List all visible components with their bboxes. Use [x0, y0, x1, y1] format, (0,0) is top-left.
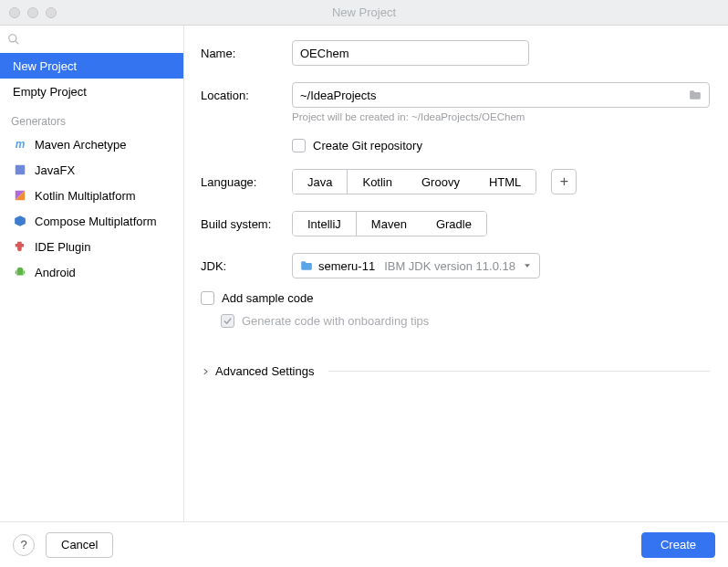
onboarding-tips-label: Generate code with onboarding tips — [242, 314, 429, 328]
location-label: Location: — [201, 89, 285, 102]
location-row: Location: ~/IdeaProjects — [201, 82, 710, 108]
add-sample-code-label: Add sample code — [222, 291, 313, 305]
folder-icon[interactable] — [689, 89, 702, 100]
jdk-row: JDK: semeru-11 IBM JDK version 11.0.18 — [201, 253, 710, 278]
window-title-bar: New Project — [0, 0, 728, 26]
svg-point-0 — [9, 35, 16, 42]
sidebar-search[interactable] — [0, 26, 183, 53]
build-system-segmented-control: IntelliJMavenGradle — [292, 211, 487, 236]
minimize-window-icon[interactable] — [27, 7, 38, 18]
folder-icon — [300, 260, 313, 271]
dialog-footer: ? Cancel Create — [0, 521, 728, 567]
sidebar-item-label: IDE Plugin — [35, 240, 90, 254]
javafx-icon — [13, 163, 27, 177]
jdk-description: IBM JDK version 11.0.18 — [384, 259, 515, 273]
sidebar-item-label: Compose Multiplatform — [35, 215, 157, 228]
sidebar-item-label: JavaFX — [35, 163, 75, 177]
new-project-form: Name: Location: ~/IdeaProjects Project w… — [184, 26, 728, 521]
chevron-down-icon — [523, 261, 532, 270]
add-sample-code-checkbox[interactable] — [201, 291, 214, 305]
svg-marker-5 — [15, 215, 26, 226]
project-type-sidebar: New Project Empty Project Generators mMa… — [0, 26, 184, 521]
sidebar-item-empty-project[interactable]: Empty Project — [0, 79, 183, 104]
svg-marker-8 — [525, 264, 530, 268]
location-hint: Project will be created in: ~/IdeaProjec… — [292, 111, 710, 122]
jdk-label: JDK: — [201, 259, 285, 273]
sidebar-item-label: Maven Archetype — [35, 138, 126, 152]
sidebar-item-label: New Project — [13, 59, 77, 73]
sidebar-item-label: Android — [35, 266, 76, 279]
name-input[interactable] — [292, 40, 529, 66]
window-controls — [9, 7, 57, 18]
location-value: ~/IdeaProjects — [300, 89, 376, 102]
git-checkbox[interactable] — [292, 139, 306, 152]
build-system-option-gradle[interactable]: Gradle — [421, 212, 486, 236]
sidebar-item-compose-mp[interactable]: Compose Multiplatform — [0, 208, 183, 234]
sidebar-item-new-project[interactable]: New Project — [0, 53, 183, 79]
android-icon — [13, 265, 27, 279]
onboarding-tips-row: Generate code with onboarding tips — [221, 314, 710, 328]
git-checkbox-label: Create Git repository — [313, 139, 422, 152]
sidebar-item-ide-plugin[interactable]: IDE Plugin — [0, 234, 183, 259]
build-system-option-maven[interactable]: Maven — [357, 212, 421, 236]
svg-rect-2 — [16, 165, 26, 175]
svg-rect-6 — [16, 270, 16, 274]
maven-icon: m — [13, 137, 27, 152]
sidebar-item-label: Empty Project — [13, 85, 87, 99]
sidebar-item-label: Kotlin Multiplatform — [35, 189, 136, 203]
language-option-html[interactable]: HTML — [474, 170, 536, 194]
create-button[interactable]: Create — [641, 532, 715, 558]
chevron-right-icon — [201, 367, 210, 376]
window-title: New Project — [0, 5, 728, 19]
language-option-java[interactable]: Java — [293, 170, 348, 194]
location-input[interactable]: ~/IdeaProjects — [292, 82, 710, 108]
cancel-button[interactable]: Cancel — [46, 532, 113, 558]
language-option-groovy[interactable]: Groovy — [407, 170, 474, 194]
zoom-window-icon[interactable] — [46, 7, 57, 18]
svg-rect-7 — [24, 270, 25, 274]
name-row: Name: — [201, 40, 710, 66]
language-row: Language: JavaKotlinGroovyHTML + — [201, 169, 710, 194]
jdk-dropdown[interactable]: semeru-11 IBM JDK version 11.0.18 — [292, 253, 540, 278]
sidebar-item-kotlin-mp[interactable]: Kotlin Multiplatform — [0, 183, 183, 208]
build-system-label: Build system: — [201, 217, 285, 231]
git-checkbox-row[interactable]: Create Git repository — [292, 139, 710, 152]
advanced-settings-label: Advanced Settings — [215, 364, 314, 378]
sidebar-item-maven-archetype[interactable]: mMaven Archetype — [0, 131, 183, 157]
plugin-icon — [13, 239, 27, 254]
language-segmented-control: JavaKotlinGroovyHTML — [292, 169, 536, 194]
add-sample-code-row[interactable]: Add sample code — [201, 291, 710, 305]
advanced-settings-toggle[interactable]: Advanced Settings — [201, 364, 710, 378]
help-button[interactable]: ? — [13, 534, 35, 556]
close-window-icon[interactable] — [9, 7, 20, 18]
jdk-name: semeru-11 — [318, 259, 375, 273]
language-option-kotlin[interactable]: Kotlin — [348, 170, 407, 194]
sidebar-item-android[interactable]: Android — [0, 259, 183, 285]
add-language-button[interactable]: + — [551, 169, 577, 194]
build-system-row: Build system: IntelliJMavenGradle — [201, 211, 710, 236]
sidebar-item-javafx[interactable]: JavaFX — [0, 157, 183, 183]
svg-line-1 — [16, 41, 18, 44]
onboarding-tips-checkbox — [221, 314, 234, 328]
divider — [328, 371, 710, 372]
compose-icon — [13, 214, 27, 228]
name-label: Name: — [201, 47, 285, 60]
kotlin-icon — [13, 188, 27, 203]
build-system-option-intellij[interactable]: IntelliJ — [293, 212, 357, 236]
language-label: Language: — [201, 175, 285, 189]
generators-heading: Generators — [0, 104, 183, 131]
